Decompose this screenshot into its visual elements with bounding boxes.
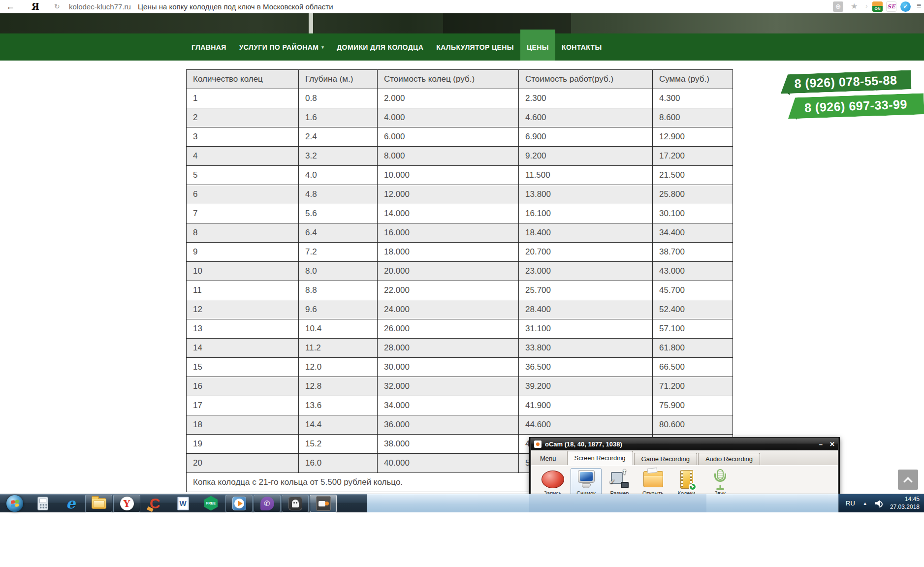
table-cell: 4.300 — [653, 89, 733, 108]
viber-icon: ✆ — [260, 497, 274, 510]
table-cell: 5.6 — [299, 204, 378, 223]
table-cell: 40.000 — [378, 454, 519, 473]
table-cell: 14.4 — [299, 415, 378, 435]
codecs-filmstrip-icon: + — [680, 470, 693, 489]
ocam-tool-sound[interactable]: Звук — [704, 468, 735, 497]
adblock-extension-icon[interactable]: ON — [872, 1, 883, 12]
language-indicator[interactable]: RU — [846, 500, 855, 507]
overflow-chevron-icon[interactable]: › — [865, 2, 868, 10]
table-cell: 38.700 — [653, 243, 733, 262]
table-row: 97.218.00020.70038.700 — [187, 243, 733, 262]
table-cell: 13.800 — [519, 185, 653, 204]
table-cell: 18.000 — [378, 243, 519, 262]
taskbar-button-start-orb[interactable] — [1, 495, 28, 512]
browser-chrome: ← Я ↻ kolodec-kluch77.ru Цены на копку к… — [0, 0, 924, 13]
ocam-tool-resize[interactable]: ↑↙Размер — [604, 468, 635, 497]
refresh-icon[interactable]: ↻ — [54, 2, 60, 10]
yandex-browser-icon: Y — [120, 497, 134, 510]
taskbar-button-free-antivirus[interactable]: FREE — [197, 495, 224, 512]
taskbar-button-media-player[interactable] — [225, 495, 253, 512]
table-cell: 14.000 — [378, 204, 519, 223]
table-cell: 3 — [187, 127, 299, 147]
phone-banner-primary: 8 (926) 078-55-88 — [780, 70, 911, 94]
globe-extension-icon[interactable]: ⊕ — [833, 1, 843, 12]
taskbar-button-ocam[interactable] — [310, 495, 337, 512]
scroll-to-top-button[interactable] — [898, 470, 918, 490]
table-cell: 61.800 — [653, 339, 733, 358]
taskbar-button-explorer-folder[interactable] — [85, 495, 112, 512]
table-row: 64.812.00013.80025.800 — [187, 185, 733, 204]
nav-item-kalkulyator-ceny[interactable]: КАЛЬКУЛЯТОР ЦЕНЫ — [430, 33, 520, 61]
taskbar-button-word[interactable]: W — [169, 495, 196, 512]
taskbar: eYCWFREE✆ RU ▲ 14:45 27.03.2018 — [0, 494, 924, 512]
main-nav: ГЛАВНАЯУСЛУГИ ПО РАЙОНАМ▾ДОМИКИ ДЛЯ КОЛО… — [0, 33, 924, 61]
table-row: 21.64.0004.6008.600 — [187, 108, 733, 127]
ocam-tool-open[interactable]: Открыть — [637, 468, 669, 497]
table-row: 43.28.0009.20017.200 — [187, 147, 733, 166]
taskbar-button-ccleaner[interactable]: C — [141, 495, 168, 512]
table-cell: 6.000 — [378, 127, 519, 147]
open-folder-icon — [643, 471, 663, 487]
table-cell: 41.900 — [519, 396, 653, 415]
bookmark-star-icon[interactable]: ★ — [851, 1, 858, 11]
table-cell: 34.000 — [378, 396, 519, 415]
price-table: Количество колецГлубина (м.)Стоимость ко… — [186, 69, 733, 492]
table-cell: 2.4 — [299, 127, 378, 147]
tray-date: 27.03.2018 — [890, 504, 920, 511]
speaker-icon[interactable] — [875, 500, 883, 506]
ocam-tab-audio-recording[interactable]: Audio Recording — [698, 453, 760, 465]
taskbar-button-viber[interactable]: ✆ — [254, 495, 281, 512]
ocam-title: oCam (18, 40, 1877, 1038) — [545, 441, 812, 448]
table-cell: 30.100 — [653, 204, 733, 223]
table-header-cell: Стоимость колец (руб.) — [378, 70, 519, 89]
ocam-tool-capture[interactable]: Снимок — [571, 468, 602, 497]
ocam-tool-record[interactable]: Запись — [537, 468, 568, 497]
table-cell: 34.400 — [653, 223, 733, 243]
table-cell: 52.400 — [653, 300, 733, 319]
table-cell: 2.000 — [378, 89, 519, 108]
yandex-logo[interactable]: Я — [32, 1, 39, 12]
taskbar-button-internet-explorer[interactable]: e — [57, 495, 84, 512]
taskbar-button-ghostery[interactable] — [282, 495, 309, 512]
close-button[interactable]: ✕ — [829, 441, 835, 448]
phone-number-primary: 8 (926) 078-55-88 — [794, 73, 897, 91]
table-cell: 8.0 — [299, 262, 378, 281]
clock[interactable]: 14:45 27.03.2018 — [890, 496, 920, 511]
table-cell: 16.100 — [519, 204, 653, 223]
taskbar-button-yandex-browser[interactable]: Y — [113, 495, 140, 512]
table-cell: 23.000 — [519, 262, 653, 281]
table-cell: 8 — [187, 223, 299, 243]
ocam-tab-screen-recording[interactable]: Screen Recording — [567, 451, 633, 465]
table-row: 118.822.00025.70045.700 — [187, 281, 733, 300]
check-extension-icon[interactable]: ✓ — [900, 1, 911, 12]
se-extension-icon[interactable]: SE — [886, 1, 896, 12]
minimize-button[interactable]: – — [819, 441, 823, 448]
nav-item-domiki-dlya-kolodca[interactable]: ДОМИКИ ДЛЯ КОЛОДЦА — [330, 33, 430, 61]
table-cell: 10.4 — [299, 319, 378, 339]
nav-item-kontakty[interactable]: КОНТАКТЫ — [555, 33, 608, 61]
tray-expand-icon[interactable]: ▲ — [863, 501, 867, 506]
ocam-toolbar: ЗаписьСнимок↑↙РазмерОткрыть+КодекиЗвук — [531, 465, 838, 497]
ocam-tool-codecs[interactable]: +Кодеки — [671, 468, 702, 497]
nav-item-glavnaya[interactable]: ГЛАВНАЯ — [185, 33, 233, 61]
table-row: 129.624.00028.40052.400 — [187, 300, 733, 319]
adblock-on-label: ON — [872, 6, 883, 12]
nav-item-uslugi-po-rayonam[interactable]: УСЛУГИ ПО РАЙОНАМ▾ — [233, 33, 331, 61]
ocam-menu-button[interactable]: Menu — [540, 455, 556, 462]
ocam-tab-game-recording[interactable]: Game Recording — [634, 453, 697, 465]
table-cell: 36.500 — [519, 358, 653, 377]
table-cell: 4.600 — [519, 108, 653, 127]
ocam-window: oCam (18, 40, 1877, 1038) – ✕ Menu Scree… — [529, 437, 840, 496]
internet-explorer-icon: e — [66, 496, 75, 511]
browser-menu-icon[interactable]: ≡ — [917, 1, 921, 10]
ghost-app-icon — [288, 497, 302, 510]
table-cell: 10.000 — [378, 166, 519, 185]
record-icon — [542, 471, 564, 488]
taskbar-button-calculator[interactable] — [29, 495, 56, 512]
nav-item-ceny[interactable]: ЦЕНЫ — [520, 30, 555, 61]
system-tray: RU ▲ 14:45 27.03.2018 — [838, 494, 924, 512]
table-cell: 12.900 — [653, 127, 733, 147]
ocam-titlebar[interactable]: oCam (18, 40, 1877, 1038) – ✕ — [531, 438, 838, 450]
address-url[interactable]: kolodec-kluch77.ru — [69, 2, 131, 11]
back-icon[interactable]: ← — [6, 1, 15, 12]
